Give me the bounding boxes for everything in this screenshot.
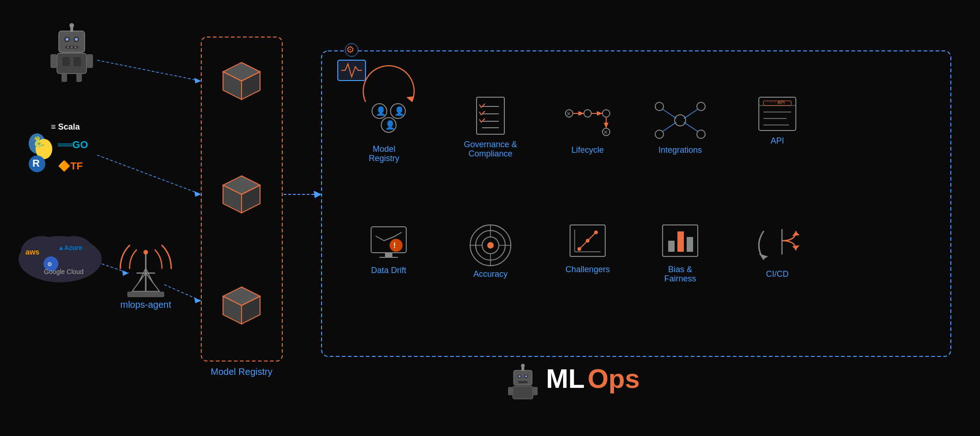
svg-point-155: [525, 375, 527, 377]
svg-point-154: [519, 375, 521, 377]
svg-rect-7: [67, 46, 69, 48]
svg-rect-8: [71, 46, 73, 48]
svg-text:Lifecycle: Lifecycle: [571, 145, 604, 155]
svg-text:✕: ✕: [566, 111, 571, 117]
svg-text:!: !: [393, 242, 396, 249]
svg-rect-119: [385, 253, 392, 257]
svg-text:⚙: ⚙: [47, 261, 52, 268]
svg-rect-142: [677, 231, 684, 252]
svg-text:Integrations: Integrations: [658, 145, 702, 155]
svg-rect-15: [50, 54, 57, 68]
svg-text:mlops-agent: mlops-agent: [120, 299, 172, 310]
svg-rect-16: [87, 54, 93, 68]
svg-text:👤: 👤: [376, 106, 386, 116]
svg-point-11: [69, 23, 74, 28]
svg-text:⚙: ⚙: [346, 44, 354, 55]
svg-text:══GO: ══GO: [57, 139, 88, 150]
svg-text:R: R: [32, 157, 40, 169]
svg-text:API: API: [770, 136, 784, 145]
svg-rect-10: [70, 27, 73, 32]
svg-text:Compliance: Compliance: [468, 149, 512, 158]
svg-point-43: [143, 250, 148, 255]
svg-rect-160: [508, 387, 513, 395]
svg-text:Registry: Registry: [369, 154, 399, 163]
svg-text:· · · API: · · · API: [770, 100, 785, 105]
svg-rect-18: [76, 74, 82, 82]
svg-rect-42: [127, 292, 164, 297]
svg-text:✕: ✕: [603, 129, 608, 136]
svg-point-5: [75, 38, 78, 41]
svg-text:👤: 👤: [394, 106, 405, 116]
svg-rect-161: [533, 387, 538, 395]
svg-rect-156: [518, 381, 527, 383]
monitor-icon: [338, 60, 366, 81]
svg-text:🔶TF: 🔶TF: [58, 160, 83, 172]
svg-point-127: [487, 242, 494, 249]
svg-rect-9: [74, 46, 76, 48]
svg-rect-14: [74, 57, 81, 66]
svg-text:🐍: 🐍: [32, 136, 45, 148]
svg-rect-143: [687, 237, 693, 252]
svg-rect-141: [668, 241, 675, 252]
svg-text:Challengers: Challengers: [565, 265, 610, 274]
svg-text:Data Drift: Data Drift: [371, 266, 406, 275]
svg-rect-17: [62, 74, 67, 82]
brand-ops: Ops: [588, 363, 640, 393]
svg-text:▲Azure: ▲Azure: [58, 244, 82, 251]
svg-text:CI/CD: CI/CD: [766, 269, 789, 279]
brand-ml: ML: [546, 363, 585, 393]
svg-point-121: [390, 239, 403, 252]
svg-text:≡ Scala: ≡ Scala: [51, 122, 81, 131]
svg-rect-1: [59, 31, 85, 52]
cloud-group: aws ▲Azure ⚙ Google Cloud: [19, 236, 102, 282]
svg-rect-159: [513, 386, 533, 399]
svg-point-4: [66, 38, 68, 41]
svg-rect-13: [62, 57, 70, 66]
svg-text:Bias &: Bias &: [668, 265, 692, 274]
svg-text:Google Cloud: Google Cloud: [44, 268, 84, 275]
svg-text:Accuracy: Accuracy: [473, 269, 508, 279]
svg-text:👤: 👤: [385, 120, 396, 130]
svg-text:aws: aws: [25, 248, 39, 256]
svg-rect-0: [0, 0, 980, 436]
svg-rect-12: [57, 53, 87, 74]
gear-icon: ⚙: [345, 44, 358, 56]
svg-point-158: [521, 364, 525, 367]
svg-text:Model: Model: [372, 144, 395, 154]
model-registry-left-label: Model Registry: [211, 367, 272, 377]
svg-text:Governance &: Governance &: [464, 140, 517, 149]
svg-text:Fairness: Fairness: [664, 274, 696, 283]
